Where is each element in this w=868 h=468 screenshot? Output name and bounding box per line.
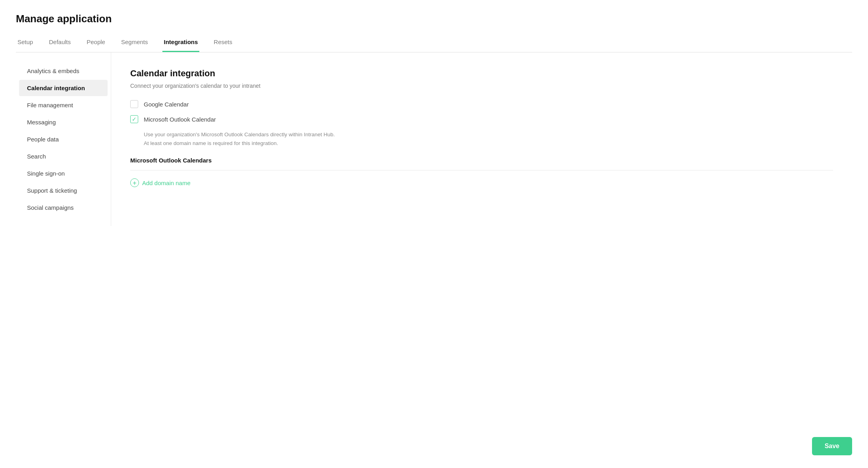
add-domain-label: Add domain name: [142, 180, 191, 186]
sidebar-item-messaging[interactable]: Messaging: [19, 114, 108, 130]
microsoft-calendar-label: Microsoft Outlook Calendar: [144, 116, 216, 123]
tab-integrations[interactable]: Integrations: [162, 35, 200, 52]
sidebar: Analytics & embeds Calendar integration …: [16, 52, 111, 226]
page-title: Manage application: [16, 13, 852, 25]
sidebar-item-analytics[interactable]: Analytics & embeds: [19, 63, 108, 79]
circle-plus-icon: +: [130, 178, 139, 187]
google-calendar-label: Google Calendar: [144, 101, 189, 108]
main-content: Calendar integration Connect your organi…: [111, 52, 852, 226]
outlook-calendars-title: Microsoft Outlook Calendars: [130, 157, 833, 164]
content-area: Analytics & embeds Calendar integration …: [16, 52, 852, 226]
microsoft-calendar-checkbox[interactable]: ✓: [130, 115, 138, 123]
sidebar-item-social[interactable]: Social campaigns: [19, 199, 108, 216]
section-title: Calendar integration: [130, 68, 833, 79]
sidebar-item-support[interactable]: Support & ticketing: [19, 182, 108, 199]
sidebar-item-file-management[interactable]: File management: [19, 97, 108, 113]
sidebar-item-search[interactable]: Search: [19, 148, 108, 164]
checkmark-icon: ✓: [132, 116, 137, 122]
page-wrapper: Manage application Setup Defaults People…: [0, 0, 868, 468]
tab-defaults[interactable]: Defaults: [47, 35, 72, 52]
google-calendar-row: Google Calendar: [130, 100, 833, 108]
top-nav: Setup Defaults People Segments Integrati…: [16, 35, 852, 52]
tab-people[interactable]: People: [85, 35, 107, 52]
sidebar-item-calendar[interactable]: Calendar integration: [19, 80, 108, 96]
outlook-description: Use your organization's Microsoft Outloo…: [144, 130, 382, 147]
tab-setup[interactable]: Setup: [16, 35, 35, 52]
tab-segments[interactable]: Segments: [120, 35, 150, 52]
save-button[interactable]: Save: [812, 437, 852, 455]
google-calendar-checkbox[interactable]: [130, 100, 138, 108]
sidebar-item-single-sign-on[interactable]: Single sign-on: [19, 165, 108, 182]
microsoft-calendar-row: ✓ Microsoft Outlook Calendar: [130, 115, 833, 123]
add-domain-button[interactable]: + Add domain name: [130, 178, 191, 187]
divider: [130, 170, 833, 170]
tab-resets[interactable]: Resets: [212, 35, 234, 52]
section-description: Connect your organization's calendar to …: [130, 83, 833, 89]
sidebar-item-people-data[interactable]: People data: [19, 131, 108, 147]
